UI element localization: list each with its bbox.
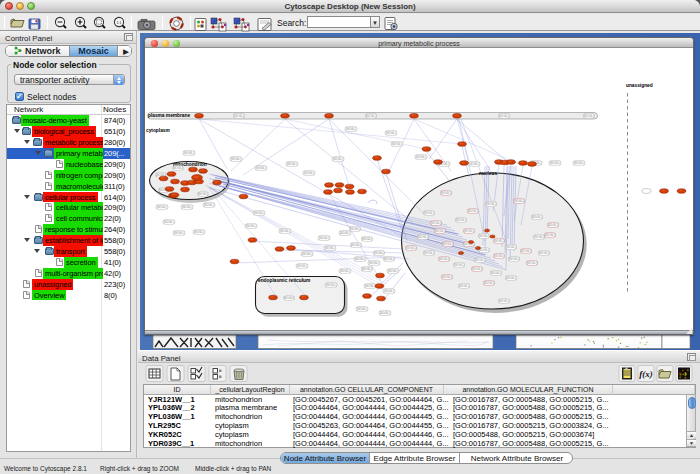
svg-text:[GO:00..]: [GO:00..] [392,142,403,146]
svg-text:[GO:00..]: [GO:00..] [231,157,242,161]
svg-text:[GO:00..]: [GO:00..] [424,211,435,215]
svg-text:[GO:00..]: [GO:00..] [355,257,366,261]
svg-text:[GO:00..]: [GO:00..] [499,114,510,118]
svg-text:[GO:00..]: [GO:00..] [333,157,344,161]
svg-text:[GO:00..]: [GO:00..] [388,269,399,273]
svg-text:[GO:00..]: [GO:00..] [506,245,517,249]
svg-text:[GO:00..]: [GO:00..] [532,215,543,219]
svg-text:[GO:00..]: [GO:00..] [550,161,561,165]
svg-text:[GO:00..]: [GO:00..] [406,246,417,250]
svg-text:[GO:00..]: [GO:00..] [198,192,209,196]
svg-text:[GO:00..]: [GO:00..] [287,162,298,166]
svg-text:[GO:00..]: [GO:00..] [204,203,215,207]
svg-text:[GO:00..]: [GO:00..] [418,235,429,239]
svg-text:[GO:00..]: [GO:00..] [574,161,585,165]
svg-text:[GO:00..]: [GO:00..] [431,221,442,225]
svg-text:[GO:00..]: [GO:00..] [424,251,435,255]
svg-text:[GO:00..]: [GO:00..] [369,261,380,265]
svg-text:[GO:00..]: [GO:00..] [173,166,184,170]
svg-text:[GO:00..]: [GO:00..] [346,127,357,131]
svg-text:[GO:00..]: [GO:00..] [365,284,376,288]
svg-text:[GO:00..]: [GO:00..] [194,230,205,234]
svg-text:[GO:00..]: [GO:00..] [184,151,195,155]
svg-text:[GO:00..]: [GO:00..] [340,269,351,273]
svg-text:[GO:00..]: [GO:00..] [280,229,291,233]
svg-text:[GO:00..]: [GO:00..] [256,166,267,170]
svg-text:[GO:00..]: [GO:00..] [499,299,510,303]
svg-text:[GO:00..]: [GO:00..] [357,307,368,311]
svg-text:[GO:00..]: [GO:00..] [439,257,450,261]
svg-text:[GO:00..]: [GO:00..] [494,239,505,243]
svg-text:[GO:00..]: [GO:00..] [475,258,486,262]
svg-text:[GO:00..]: [GO:00..] [384,289,395,293]
svg-text:[GO:00..]: [GO:00..] [534,235,545,239]
svg-text:cytoplasm: cytoplasm [146,128,170,133]
svg-text:[GO:00..]: [GO:00..] [506,276,517,280]
svg-text:[GO:00..]: [GO:00..] [304,171,315,175]
svg-text:[GO:00..]: [GO:00..] [362,267,373,271]
svg-text:[GO:00..]: [GO:00..] [374,251,385,255]
svg-text:[GO:00..]: [GO:00..] [472,267,483,271]
svg-text:[GO:00..]: [GO:00..] [350,227,361,231]
svg-text:[GO:00..]: [GO:00..] [454,263,465,267]
svg-text:[GO:00..]: [GO:00..] [254,211,265,215]
svg-text:[GO:00..]: [GO:00..] [545,233,556,237]
svg-text:[GO:00..]: [GO:00..] [459,284,470,288]
svg-text:[GO:00..]: [GO:00..] [366,114,377,118]
svg-text:[GO:00..]: [GO:00..] [302,252,313,256]
svg-text:[GO:00..]: [GO:00..] [246,224,257,228]
svg-text:1:1: 1:1 [117,21,122,25]
svg-text:[GO:00..]: [GO:00..] [380,311,391,315]
svg-text:[GO:00..]: [GO:00..] [174,231,185,235]
svg-text:[GO:00..]: [GO:00..] [494,254,505,258]
svg-text:[GO:00..]: [GO:00..] [484,281,495,285]
svg-text:[GO:00..]: [GO:00..] [386,131,397,135]
svg-text:[GO:00..]: [GO:00..] [442,275,453,279]
svg-text:[GO:00..]: [GO:00..] [456,218,467,222]
svg-text:[GO:00..]: [GO:00..] [441,191,452,195]
svg-text:plasma membrane: plasma membrane [148,113,190,118]
svg-text:[GO:00..]: [GO:00..] [509,257,520,261]
svg-text:[GO:00..]: [GO:00..] [539,251,550,255]
svg-text:[GO:00..]: [GO:00..] [284,296,295,300]
svg-text:[GO:00..]: [GO:00..] [548,223,559,227]
svg-text:[GO:00..]: [GO:00..] [479,234,490,238]
svg-text:[GO:00..]: [GO:00..] [319,236,330,240]
svg-text:[GO:00..]: [GO:00..] [443,242,454,246]
svg-text:[GO:00..]: [GO:00..] [464,229,475,233]
svg-text:unassigned: unassigned [626,83,653,88]
svg-text:f(x): f(x) [639,369,653,379]
svg-text:[GO:00..]: [GO:00..] [182,205,193,209]
svg-text:[GO:00..]: [GO:00..] [297,264,308,268]
svg-text:[GO:00..]: [GO:00..] [584,114,595,118]
svg-text:[GO:00..]: [GO:00..] [351,243,362,247]
svg-text:[GO:00..]: [GO:00..] [486,202,497,206]
svg-text:[GO:00..]: [GO:00..] [527,261,538,265]
svg-text:[GO:00..]: [GO:00..] [491,271,502,275]
svg-text:[GO:00..]: [GO:00..] [521,249,532,253]
svg-text:[GO:00..]: [GO:00..] [435,229,446,233]
svg-text:[GO:00..]: [GO:00..] [340,231,351,235]
svg-text:[GO:00..]: [GO:00..] [234,114,245,118]
svg-text:[GO:00..]: [GO:00..] [325,246,336,250]
svg-text:[GO:00..]: [GO:00..] [362,237,373,241]
svg-text:[GO:00..]: [GO:00..] [164,220,175,224]
svg-text:[GO:00..]: [GO:00..] [416,155,427,159]
svg-text:[GO:00..]: [GO:00..] [384,257,395,261]
svg-text:[GO:00..]: [GO:00..] [326,283,337,287]
svg-text:[GO:00..]: [GO:00..] [468,209,479,213]
svg-text:[GO:00..]: [GO:00..] [514,199,525,203]
svg-text:[GO:00..]: [GO:00..] [157,205,168,209]
svg-text:[GO:00..]: [GO:00..] [469,162,480,166]
